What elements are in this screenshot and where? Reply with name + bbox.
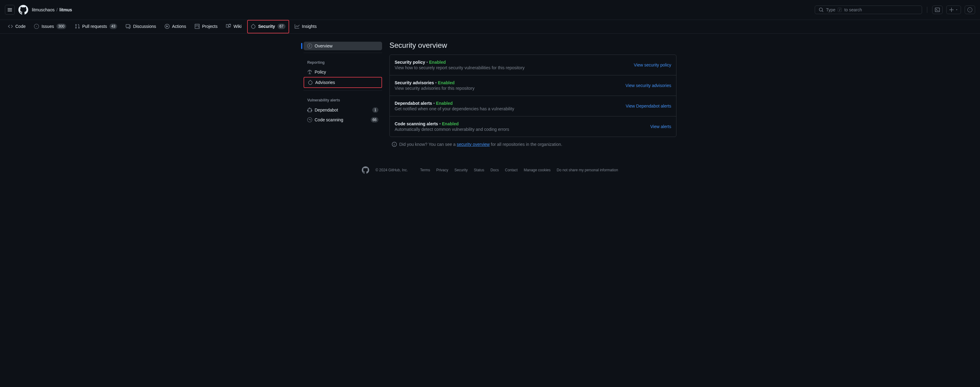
tab-label: Pull requests (82, 24, 107, 29)
shield-icon (251, 24, 256, 29)
github-logo-icon[interactable] (362, 167, 369, 174)
sidebar-divider (304, 90, 382, 91)
security-card: Code scanning alerts • EnabledAutomatica… (390, 116, 676, 136)
tab-wiki[interactable]: Wiki (223, 21, 244, 32)
header: litmuschaos / litmus Type / to search (0, 0, 980, 20)
sidebar-count: 66 (371, 117, 379, 122)
sidebar-label: Advisories (315, 80, 335, 85)
sidebar-item-advisories[interactable]: Advisories (304, 78, 382, 87)
footer-link[interactable]: Contact (505, 168, 518, 172)
tab-actions[interactable]: Actions (162, 21, 189, 32)
sidebar-item-codescan[interactable]: Code scanning66 (304, 115, 382, 124)
graph-icon (295, 24, 299, 29)
card-description: Automatically detect common vulnerabilit… (395, 127, 651, 132)
security-cards: Security policy • EnabledView how to sec… (390, 54, 676, 137)
issues-button[interactable] (965, 6, 975, 14)
footer-link[interactable]: Docs (490, 168, 499, 172)
code-icon (8, 24, 13, 29)
tab-label: Discussions (133, 24, 156, 29)
tab-issues[interactable]: Issues300 (31, 21, 69, 33)
tab-code[interactable]: Code (5, 21, 29, 32)
card-description: View security advisories for this reposi… (395, 86, 625, 91)
terminal-icon (935, 7, 940, 12)
search-kbd: / (838, 8, 842, 12)
tab-projects[interactable]: Projects (192, 21, 221, 32)
hamburger-icon (7, 7, 12, 12)
search-placeholder-suffix: to search (844, 7, 862, 12)
dependabot-icon (307, 108, 312, 113)
book-icon (226, 24, 231, 29)
sidebar-item-dependabot[interactable]: Dependabot1 (304, 105, 382, 114)
codescan-icon (307, 117, 312, 122)
sidebar-label: Policy (315, 70, 326, 75)
caret-down-icon (955, 8, 958, 11)
footer-link[interactable]: Do not share my personal information (557, 168, 618, 172)
card-action-link[interactable]: View security advisories (625, 83, 671, 88)
sidebar-section-vuln: Vulnerability alerts (304, 93, 382, 105)
card-action-link[interactable]: View alerts (651, 124, 671, 129)
security-card: Security policy • EnabledView how to sec… (390, 55, 676, 75)
tab-pulls[interactable]: Pull requests43 (72, 21, 120, 33)
tab-label: Issues (41, 24, 54, 29)
tab-count: 43 (110, 24, 117, 29)
shield-icon (308, 80, 313, 85)
play-icon (165, 24, 170, 29)
advisories-highlight: Advisories (304, 77, 382, 88)
hamburger-menu[interactable] (5, 5, 15, 15)
footer-copyright: © 2024 GitHub, Inc. (375, 168, 408, 172)
tab-insights[interactable]: Insights (292, 21, 320, 32)
card-description: View how to securely report security vul… (395, 65, 634, 70)
card-title: Security policy • Enabled (395, 60, 634, 65)
sidebar-count: 1 (372, 107, 379, 113)
issue-icon (967, 7, 972, 12)
tab-label: Code (15, 24, 25, 29)
breadcrumb-org[interactable]: litmuschaos (32, 7, 54, 12)
card-title: Code scanning alerts • Enabled (395, 121, 651, 126)
tab-count: 300 (56, 24, 66, 29)
sidebar-item-policy[interactable]: Policy (304, 68, 382, 76)
search-placeholder-prefix: Type (826, 7, 835, 12)
info-icon (392, 142, 397, 147)
sidebar-label: Dependabot (315, 108, 338, 113)
tab-label: Insights (302, 24, 317, 29)
security-tab-highlight: Security67 (247, 20, 289, 33)
card-title: Dependabot alerts • Enabled (395, 101, 626, 106)
project-icon (195, 24, 200, 29)
footer-link[interactable]: Terms (420, 168, 430, 172)
github-logo-icon[interactable] (18, 5, 28, 15)
tab-label: Projects (202, 24, 218, 29)
tab-discussions[interactable]: Discussions (123, 21, 159, 32)
tab-label: Wiki (233, 24, 241, 29)
tab-label: Security (258, 24, 275, 29)
sidebar-label: Code scanning (315, 117, 343, 122)
search-input[interactable]: Type / to search (815, 6, 922, 14)
meter-icon (307, 43, 312, 48)
sidebar: Overview Reporting Policy Advisories Vul… (304, 41, 382, 147)
tab-count: 67 (277, 24, 285, 29)
command-palette-button[interactable] (932, 6, 943, 14)
card-action-link[interactable]: View security policy (634, 62, 671, 67)
card-action-link[interactable]: View Dependabot alerts (626, 103, 671, 108)
footer-link[interactable]: Manage cookies (524, 168, 550, 172)
info-text: Did you know? You can see a (399, 142, 457, 147)
repo-tabs: Code Issues300 Pull requests43 Discussio… (0, 20, 980, 34)
footer-link[interactable]: Status (474, 168, 484, 172)
page-title: Security overview (390, 41, 676, 50)
sidebar-label: Overview (315, 43, 332, 48)
tab-security[interactable]: Security67 (248, 21, 288, 33)
sidebar-item-overview[interactable]: Overview (304, 42, 382, 50)
create-new-button[interactable] (946, 6, 961, 14)
footer-link[interactable]: Privacy (436, 168, 448, 172)
pull-request-icon (75, 24, 80, 29)
card-description: Get notified when one of your dependenci… (395, 106, 626, 111)
issue-icon (34, 24, 39, 29)
breadcrumb: litmuschaos / litmus (32, 7, 72, 12)
law-icon (307, 70, 312, 75)
info-link[interactable]: security overview (457, 142, 490, 147)
info-text: for all repositories in the organization… (490, 142, 562, 147)
breadcrumb-repo[interactable]: litmus (59, 7, 72, 12)
security-card: Security advisories • EnabledView securi… (390, 75, 676, 96)
footer-link[interactable]: Security (455, 168, 468, 172)
security-card: Dependabot alerts • EnabledGet notified … (390, 96, 676, 116)
card-title: Security advisories • Enabled (395, 80, 625, 85)
